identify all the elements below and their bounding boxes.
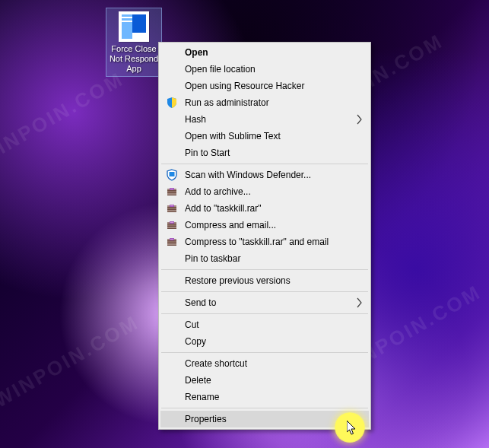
menu-separator [161, 269, 368, 270]
winrar-icon [166, 202, 178, 214]
menu-item-label: Send to [185, 297, 216, 308]
menu-item-label: Pin to taskbar [185, 253, 240, 264]
menu-item[interactable]: Add to "taskkill.rar" [160, 200, 369, 217]
menu-item-label: Compress to "taskkill.rar" and email [185, 237, 329, 247]
menu-item-label: Pin to Start [185, 148, 230, 158]
menu-item[interactable]: Rename [160, 389, 369, 405]
menu-item-label: Delete [185, 375, 211, 386]
menu-item-label: Restore previous versions [185, 275, 291, 286]
chevron-right-icon [357, 114, 363, 125]
menu-item[interactable]: Add to archive... [160, 183, 369, 200]
menu-item[interactable]: Open file location [160, 61, 369, 78]
menu-separator [161, 352, 368, 353]
menu-item-label: Open using Resource Hacker [185, 81, 304, 91]
winrar-icon [166, 186, 178, 198]
menu-separator [161, 313, 368, 314]
menu-item-label: Copy [185, 336, 206, 347]
svg-rect-0 [170, 172, 175, 176]
menu-item-label: Compress and email... [185, 220, 276, 230]
mouse-cursor-icon [347, 421, 357, 436]
shortcut-label: Force Close Not Respond App [107, 44, 160, 74]
menu-item[interactable]: Send to [160, 294, 369, 311]
svg-rect-15 [167, 224, 176, 226]
winrar-icon [166, 236, 178, 248]
menu-item[interactable]: Pin to Start [160, 145, 369, 161]
menu-item-label: Run as administrator [185, 97, 269, 108]
menu-item[interactable]: Open with Sublime Text [160, 128, 369, 145]
desktop-shortcut[interactable]: Force Close Not Respond App [106, 8, 162, 77]
menu-item-label: Add to "taskkill.rar" [185, 203, 262, 214]
menu-item[interactable]: Cut [160, 316, 369, 333]
defender-icon [166, 169, 178, 181]
menu-item-label: Create shortcut [185, 358, 247, 369]
svg-rect-12 [170, 205, 174, 207]
menu-item-label: Properties [185, 414, 227, 424]
context-menu: OpenOpen file locationOpen using Resourc… [158, 42, 371, 430]
svg-rect-24 [170, 239, 174, 240]
menu-item-label: Scan with Windows Defender... [185, 170, 311, 180]
menu-item[interactable]: Pin to taskbar [160, 250, 369, 267]
menu-item-label: Open [185, 47, 208, 58]
svg-rect-10 [167, 210, 176, 211]
menu-item-label: Add to archive... [185, 186, 251, 197]
menu-item[interactable]: Compress and email... [160, 217, 369, 234]
menu-item[interactable]: Delete [160, 372, 369, 389]
menu-item-label: Open file location [185, 64, 256, 75]
menu-item-label: Hash [185, 114, 206, 125]
menu-separator [161, 164, 368, 164]
svg-rect-6 [170, 189, 174, 190]
menu-item[interactable]: Restore previous versions [160, 272, 369, 289]
menu-item-label: Open with Sublime Text [185, 131, 281, 141]
menu-item[interactable]: Scan with Windows Defender... [160, 167, 369, 183]
svg-rect-22 [167, 243, 176, 245]
menu-item[interactable]: Create shortcut [160, 355, 369, 372]
menu-item[interactable]: Run as administrator [160, 94, 369, 111]
menu-item[interactable]: Copy [160, 333, 369, 350]
menu-item[interactable]: Open using Resource Hacker [160, 78, 369, 94]
svg-rect-4 [167, 193, 176, 195]
menu-item-label: Cut [185, 319, 199, 330]
menu-item[interactable]: Hash [160, 111, 369, 128]
shield-icon [166, 97, 178, 109]
menu-item[interactable]: Open [160, 44, 369, 61]
winrar-icon [166, 219, 178, 231]
menu-separator [161, 408, 368, 408]
watermark: WINPOIN.COM [0, 310, 143, 412]
svg-rect-9 [167, 208, 176, 209]
shortcut-file-icon [119, 11, 149, 42]
svg-rect-21 [167, 241, 176, 243]
menu-item[interactable]: Compress to "taskkill.rar" and email [160, 234, 369, 250]
chevron-right-icon [357, 297, 363, 308]
svg-rect-3 [167, 191, 176, 192]
svg-rect-18 [170, 222, 174, 224]
menu-item-label: Rename [185, 392, 219, 402]
svg-rect-16 [167, 227, 176, 228]
watermark: WINPOIN.COM [0, 67, 128, 169]
menu-separator [161, 291, 368, 292]
